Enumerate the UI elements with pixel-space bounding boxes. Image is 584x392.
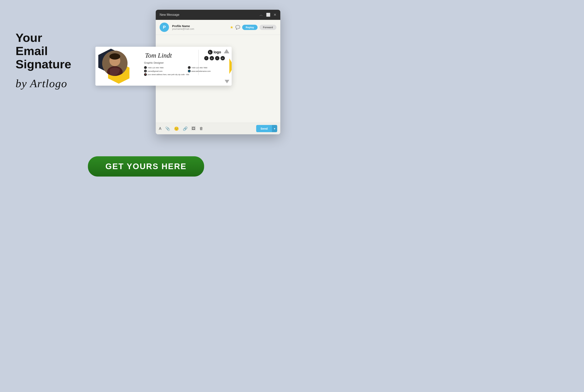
- sender-info: Profile Name yourname@mail.com: [172, 24, 227, 30]
- phone2-icon: 📞: [188, 66, 190, 69]
- left-content: Your Email Signature by Artlogo: [16, 31, 103, 90]
- sender-email: yourname@mail.com: [172, 28, 227, 30]
- main-title: Your Email Signature: [16, 31, 103, 71]
- person-svg: [102, 50, 128, 76]
- image-icon[interactable]: 🖼: [192, 126, 196, 131]
- sig-phone1: 📞 +000 123 456 7890: [144, 66, 184, 69]
- logo-circle-icon: L: [208, 50, 212, 54]
- instagram-icon[interactable]: ◎: [210, 56, 214, 60]
- replay-button[interactable]: Replay: [242, 25, 258, 30]
- avatar: P: [160, 22, 169, 32]
- linkedin-icon[interactable]: in: [220, 56, 225, 60]
- title-bar: New Message ︿ ⬜ ✕: [156, 10, 280, 20]
- signature-card: Tom Lindt Graphic Designer 📞 +000 123 45…: [96, 47, 232, 86]
- phone1-icon: 📞: [144, 66, 147, 69]
- svg-point-3: [110, 53, 120, 60]
- send-dropdown-btn[interactable]: ▾: [272, 125, 277, 132]
- facebook-icon[interactable]: f: [204, 56, 208, 60]
- signature-card-overlay: Tom Lindt Graphic Designer 📞 +000 123 45…: [96, 47, 232, 86]
- sig-job-title: Graphic Designer: [144, 61, 228, 64]
- email-icon: ✉: [144, 70, 147, 72]
- email-toolbar: A 📎 🙂 🔗 🖼 🗑 Send ▾: [156, 122, 280, 134]
- sig-contacts: 📞 +000 123 456 7890 📞 +000 123 456 7890 …: [144, 66, 228, 72]
- sig-right: Tom Lindt Graphic Designer 📞 +000 123 45…: [140, 47, 232, 86]
- sig-email: ✉ name@gmail.com: [144, 70, 184, 72]
- link-icon[interactable]: 🔗: [183, 126, 188, 131]
- hex-container: [98, 47, 137, 86]
- forward-button[interactable]: Forward: [260, 25, 276, 30]
- send-button[interactable]: Send: [256, 125, 272, 132]
- send-group: Send ▾: [256, 125, 277, 132]
- chat-icon: 💬: [235, 25, 240, 30]
- window-controls: ︿ ⬜ ✕: [260, 12, 276, 17]
- close-btn[interactable]: ✕: [274, 13, 276, 17]
- svg-text:Tom Lindt: Tom Lindt: [145, 52, 172, 59]
- trash-icon[interactable]: 🗑: [199, 126, 203, 131]
- sig-website: 🌐 www.websitename.com: [188, 70, 228, 72]
- sig-name-svg: Tom Lindt: [144, 50, 187, 60]
- star-icon[interactable]: ★: [230, 25, 234, 30]
- attachment-icon[interactable]: 📎: [165, 126, 170, 131]
- web-icon: 🌐: [188, 70, 190, 72]
- twitter-icon[interactable]: t: [215, 56, 220, 60]
- sig-address: 📍 your street address here, new york cit…: [144, 73, 228, 76]
- email-actions: ★ 💬 Replay Forward: [230, 25, 276, 30]
- sig-photo-section: [96, 47, 140, 86]
- emoji-icon[interactable]: 🙂: [174, 126, 179, 131]
- format-text-icon[interactable]: A: [159, 126, 162, 131]
- profile-photo: [102, 50, 128, 76]
- tri-bottom-right-decoration: [225, 80, 229, 83]
- byline: by Artlogo: [16, 77, 103, 90]
- cta-button[interactable]: GET YOURS HERE: [88, 156, 204, 176]
- sig-divider: [198, 50, 198, 75]
- minimize-btn[interactable]: ︿: [260, 12, 263, 17]
- address-icon: 📍: [144, 73, 147, 76]
- window-title: New Message: [160, 13, 179, 16]
- sig-social-icons: f ◎ t in: [200, 56, 228, 60]
- sig-logo-text: L logo: [200, 50, 228, 54]
- sender-name: Profile Name: [172, 24, 227, 28]
- sig-logo-section: L logo f ◎ t in: [200, 50, 228, 60]
- maximize-btn[interactable]: ⬜: [266, 13, 270, 17]
- sig-phone2: 📞 +000 123 456 7890: [188, 66, 228, 69]
- email-header: P Profile Name yourname@mail.com ★ 💬 Rep…: [156, 20, 280, 35]
